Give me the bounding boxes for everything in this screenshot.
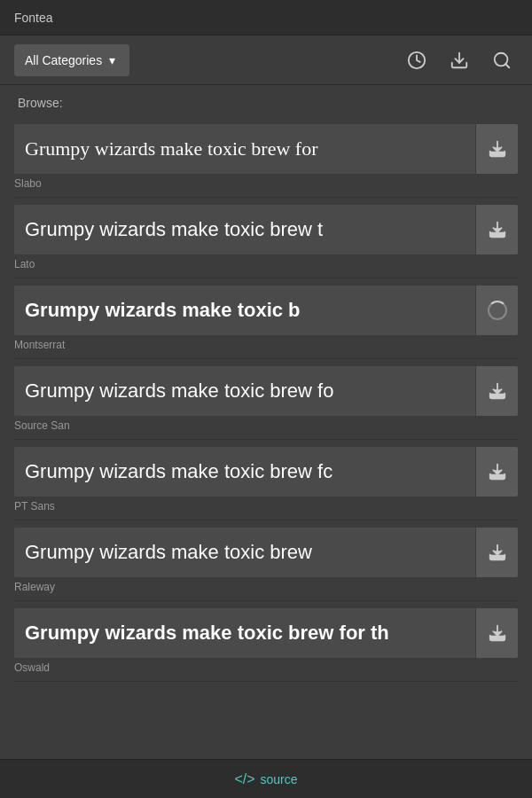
history-button[interactable]: [401, 44, 433, 76]
code-icon: </>: [234, 771, 254, 787]
font-loading-montserrat: [475, 286, 518, 335]
font-name-source-san: Source San: [14, 416, 518, 434]
font-preview-text-slabo: Grumpy wizards make toxic brew for: [14, 124, 475, 174]
font-preview-row-raleway: Grumpy wizards make toxic brew: [14, 528, 518, 577]
chevron-down-icon: ▾: [109, 53, 115, 67]
category-dropdown[interactable]: All Categories ▾: [14, 44, 129, 76]
title-bar: Fontea: [0, 0, 532, 35]
font-card-oswald: Grumpy wizards make toxic brew for th Os…: [14, 601, 518, 682]
font-download-button-lato[interactable]: [475, 205, 518, 254]
font-card-source-san: Grumpy wizards make toxic brew fo Source…: [14, 359, 518, 440]
footer: </> source: [0, 759, 532, 798]
font-card-montserrat: Grumpy wizards make toxic bMontserrat: [14, 278, 518, 359]
font-preview-text-montserrat: Grumpy wizards make toxic b: [14, 286, 475, 335]
footer-source-label: source: [261, 772, 298, 786]
font-preview-row-pt-sans: Grumpy wizards make toxic brew fc: [14, 447, 518, 497]
font-card-lato: Grumpy wizards make toxic brew t Lato: [14, 198, 518, 278]
font-download-button-pt-sans[interactable]: [475, 447, 518, 497]
font-download-button-oswald[interactable]: [475, 608, 518, 658]
font-preview-text-oswald: Grumpy wizards make toxic brew for th: [14, 608, 475, 658]
font-card-raleway: Grumpy wizards make toxic brew Raleway: [14, 520, 518, 601]
font-card-pt-sans: Grumpy wizards make toxic brew fc PT San…: [14, 440, 518, 520]
font-preview-text-lato: Grumpy wizards make toxic brew t: [14, 205, 475, 254]
toolbar: All Categories ▾: [0, 35, 532, 85]
font-preview-row-slabo: Grumpy wizards make toxic brew for: [14, 124, 518, 174]
font-preview-row-montserrat: Grumpy wizards make toxic b: [14, 286, 518, 335]
main-content: Browse: Grumpy wizards make toxic brew f…: [0, 85, 532, 759]
app-title: Fontea: [14, 11, 53, 25]
font-name-oswald: Oswald: [14, 658, 518, 676]
font-download-button-raleway[interactable]: [475, 528, 518, 577]
font-download-button-slabo[interactable]: [475, 124, 518, 174]
font-preview-text-source-san: Grumpy wizards make toxic brew fo: [14, 366, 475, 416]
font-cards-container: Grumpy wizards make toxic brew for Slabo…: [0, 117, 532, 682]
search-button[interactable]: [486, 44, 518, 76]
download-all-button[interactable]: [443, 44, 475, 76]
font-preview-row-source-san: Grumpy wizards make toxic brew fo: [14, 366, 518, 416]
font-name-raleway: Raleway: [14, 577, 518, 595]
category-label: All Categories: [25, 53, 102, 67]
font-card-slabo: Grumpy wizards make toxic brew for Slabo: [14, 117, 518, 198]
font-name-montserrat: Montserrat: [14, 335, 518, 353]
font-preview-row-lato: Grumpy wizards make toxic brew t: [14, 205, 518, 254]
browse-label: Browse:: [0, 85, 532, 117]
font-preview-text-pt-sans: Grumpy wizards make toxic brew fc: [14, 447, 475, 497]
font-preview-text-raleway: Grumpy wizards make toxic brew: [14, 528, 475, 577]
svg-line-3: [505, 64, 509, 67]
font-preview-row-oswald: Grumpy wizards make toxic brew for th: [14, 608, 518, 658]
font-name-pt-sans: PT Sans: [14, 497, 518, 514]
font-list[interactable]: Browse: Grumpy wizards make toxic brew f…: [0, 85, 532, 759]
font-name-lato: Lato: [14, 254, 518, 272]
font-download-button-source-san[interactable]: [475, 366, 518, 416]
footer-source-link[interactable]: </> source: [234, 771, 297, 787]
font-name-slabo: Slabo: [14, 174, 518, 192]
